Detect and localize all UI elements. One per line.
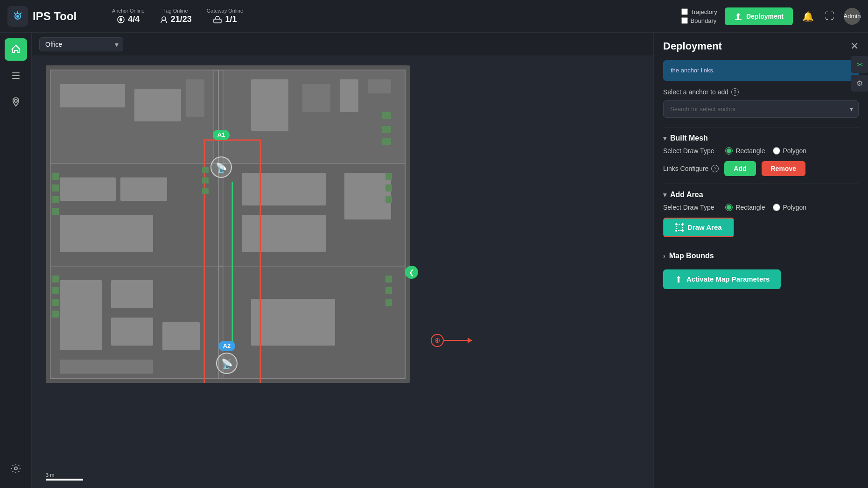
svg-rect-58 xyxy=(385,299,392,306)
built-mesh-header[interactable]: ▾ Built Mesh xyxy=(663,127,859,147)
add-area-draw-label: Select Draw Type xyxy=(663,204,714,211)
svg-rect-67 xyxy=(202,188,209,194)
trajectory-checkbox-input[interactable] xyxy=(681,8,688,15)
panel-close-button[interactable]: ✕ xyxy=(850,40,859,52)
boundary-checkbox[interactable]: Boundary xyxy=(681,17,717,24)
add-area-polygon-radio[interactable] xyxy=(773,204,780,211)
fullscreen-button[interactable]: ⛶ xyxy=(823,9,836,23)
map-canvas: A1 📡 A2 📡 3 m ❮ ④ xyxy=(32,56,653,488)
svg-rect-55 xyxy=(251,299,335,346)
add-area-rectangle-radio[interactable] xyxy=(725,204,733,211)
svg-point-73 xyxy=(675,223,677,225)
trajectory-checkbox[interactable]: Trajectory xyxy=(681,8,717,15)
checkbox-group: Trajectory Boundary xyxy=(681,8,717,24)
built-mesh-section: ▾ Built Mesh Select Draw Type Rectangle xyxy=(663,127,859,184)
sidebar-item-home[interactable] xyxy=(5,38,27,61)
svg-point-11 xyxy=(14,467,17,470)
svg-rect-66 xyxy=(202,177,209,184)
floor-plan: A1 📡 A2 📡 xyxy=(46,65,410,383)
logo-icon xyxy=(7,6,28,27)
panel-title: Deployment xyxy=(663,40,722,52)
search-dropdown-icon: ▾ xyxy=(850,105,853,113)
sidebar-item-settings[interactable] xyxy=(5,460,27,482)
main-layout: Office Floor 1 Floor 2 xyxy=(0,33,868,488)
map-area: Office Floor 1 Floor 2 xyxy=(32,33,653,488)
add-area-polygon-option[interactable]: Polygon xyxy=(773,204,807,211)
notification-button[interactable]: 🔔 xyxy=(800,9,816,24)
built-mesh-rectangle-radio[interactable] xyxy=(725,147,733,155)
svg-rect-8 xyxy=(12,75,20,76)
built-mesh-polygon-option[interactable]: Polygon xyxy=(773,147,807,155)
svg-text:📡: 📡 xyxy=(216,162,227,173)
svg-rect-21 xyxy=(340,79,358,112)
info-banner: the anchor links. xyxy=(663,60,859,81)
panel-edge-icon-config[interactable]: ⚙ xyxy=(851,75,868,92)
svg-rect-57 xyxy=(385,287,392,294)
collapse-arrow[interactable]: ❮ xyxy=(405,266,418,279)
app-title: IPS Tool xyxy=(33,10,77,23)
annotation-number: ④ xyxy=(431,334,444,347)
svg-rect-32 xyxy=(60,215,153,252)
links-remove-button[interactable]: Remove xyxy=(762,161,805,176)
built-mesh-rectangle-option[interactable]: Rectangle xyxy=(725,147,765,155)
tag-label: Tag Online xyxy=(163,8,188,14)
anchor-search-input[interactable] xyxy=(663,100,859,118)
links-configure-row: Links Configure ? Add Remove xyxy=(663,161,859,176)
svg-rect-35 xyxy=(52,196,59,203)
anchor-help-icon[interactable]: ? xyxy=(731,88,739,96)
boundary-checkbox-input[interactable] xyxy=(681,17,688,24)
links-configure-label: Links Configure ? xyxy=(663,165,719,172)
header: IPS Tool Anchor Online 4/4 Tag Online 21… xyxy=(0,0,868,33)
built-mesh-chevron: ▾ xyxy=(663,134,666,142)
panel-header: Deployment ✕ xyxy=(654,33,868,60)
svg-rect-30 xyxy=(60,177,116,201)
svg-rect-46 xyxy=(111,280,153,308)
add-area-draw-type-row: Select Draw Type Rectangle Polygon xyxy=(663,204,859,211)
svg-text:A2: A2 xyxy=(223,342,231,349)
anchor-value: 4/4 xyxy=(117,14,140,24)
right-panel: Deployment ✕ ✂ ⚙ the anchor links. Selec… xyxy=(653,33,868,488)
svg-point-75 xyxy=(675,230,677,232)
add-area-header[interactable]: ▾ Add Area xyxy=(663,184,859,204)
svg-rect-38 xyxy=(242,173,326,205)
svg-rect-51 xyxy=(52,287,59,294)
deployment-button[interactable]: Deployment xyxy=(725,7,793,25)
map-bounds-header[interactable]: › Map Bounds xyxy=(663,245,859,265)
svg-rect-45 xyxy=(60,280,102,350)
gateway-stat: Gateway Online 1/1 xyxy=(207,8,243,24)
map-bounds-title: Map Bounds xyxy=(669,252,714,260)
floor-select[interactable]: Office Floor 1 Floor 2 xyxy=(39,37,123,51)
add-area-radio-group: Rectangle Polygon xyxy=(725,204,806,211)
sidebar-item-location[interactable] xyxy=(5,91,27,113)
links-add-button[interactable]: Add xyxy=(724,161,756,176)
sidebar xyxy=(0,33,32,488)
svg-rect-56 xyxy=(385,276,392,283)
panel-edge-icon-scissors[interactable]: ✂ xyxy=(851,56,868,73)
gateway-value: 1/1 xyxy=(213,14,237,24)
svg-rect-65 xyxy=(202,167,209,173)
logo-area: IPS Tool xyxy=(7,6,101,27)
sidebar-item-list[interactable] xyxy=(5,64,27,87)
svg-rect-42 xyxy=(385,184,392,191)
links-help-icon[interactable]: ? xyxy=(711,165,719,172)
gateway-label: Gateway Online xyxy=(207,8,243,14)
map-bounds-content: Activate Map Parameters xyxy=(663,269,859,297)
svg-rect-6 xyxy=(214,19,221,23)
avatar[interactable]: Admin xyxy=(844,8,861,25)
svg-rect-52 xyxy=(52,299,59,306)
map-toolbar: Office Floor 1 Floor 2 xyxy=(32,33,653,56)
svg-rect-19 xyxy=(251,79,288,131)
anchor-label: Anchor Online xyxy=(112,8,145,14)
built-mesh-radio-group: Rectangle Polygon xyxy=(725,147,806,155)
svg-point-76 xyxy=(682,230,684,232)
floor-select-wrapper: Office Floor 1 Floor 2 xyxy=(39,37,123,51)
built-mesh-draw-label: Select Draw Type xyxy=(663,147,714,155)
add-area-rectangle-option[interactable]: Rectangle xyxy=(725,204,765,211)
scale-label: 3 m xyxy=(46,472,54,478)
activate-map-button[interactable]: Activate Map Parameters xyxy=(663,269,781,289)
built-mesh-title: Built Mesh xyxy=(670,134,708,142)
draw-area-button[interactable]: Draw Area xyxy=(663,218,734,237)
scale-line xyxy=(46,479,83,481)
built-mesh-polygon-radio[interactable] xyxy=(773,147,780,155)
svg-rect-7 xyxy=(12,72,20,73)
